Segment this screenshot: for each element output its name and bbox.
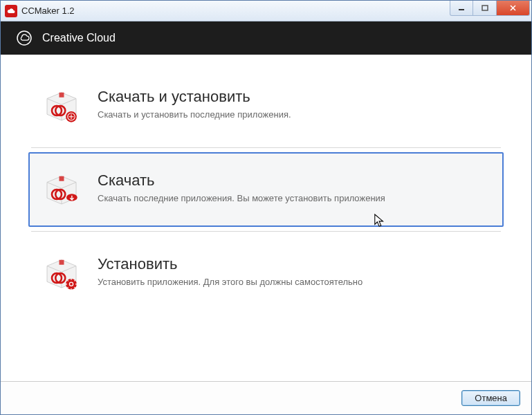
option-download-install[interactable]: Скачать и установить Скачать и установит… [28,68,504,143]
option-title: Установить [98,255,490,273]
option-title: Скачать [98,172,490,190]
svg-rect-0 [459,9,464,10]
divider [31,147,501,148]
minimize-button[interactable] [450,1,473,16]
footer: Отмена [1,381,531,414]
window-title: CCMaker 1.2 [21,6,450,16]
option-desc: Установить приложения. Для этого вы долж… [98,276,490,288]
option-download[interactable]: Скачать Скачать последние приложения. Вы… [28,152,504,227]
app-window: CCMaker 1.2 Creative Cloud [0,0,532,415]
header-title: Creative Cloud [42,32,116,44]
option-desc: Скачать последние приложения. Вы можете … [98,192,490,205]
maximize-button[interactable] [473,1,497,16]
option-title: Скачать и установить [98,88,490,106]
close-button[interactable] [497,1,530,16]
svg-rect-1 [482,6,488,10]
box-icon [42,170,81,209]
header-bar: Creative Cloud [1,21,531,55]
box-icon [42,254,81,293]
box-icon [42,86,81,125]
creative-cloud-icon [16,30,33,46]
option-desc: Скачать и установить последние приложени… [98,109,490,121]
titlebar[interactable]: CCMaker 1.2 [1,1,531,21]
content-area: Скачать и установить Скачать и установит… [1,55,531,381]
cancel-button[interactable]: Отмена [461,390,520,406]
app-icon [5,5,17,17]
window-controls [450,1,530,16]
divider [31,231,501,232]
option-install[interactable]: Установить Установить приложения. Для эт… [28,236,504,311]
